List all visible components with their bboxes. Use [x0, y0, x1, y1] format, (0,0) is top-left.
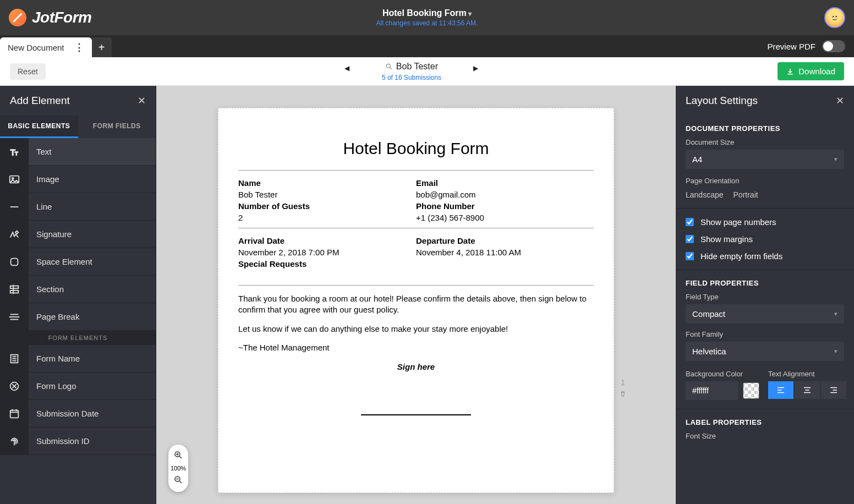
orientation-portrait[interactable]: Portrait: [733, 190, 758, 199]
show-margins[interactable]: Show margins: [686, 234, 844, 244]
right-panel: Layout Settings ✕ DOCUMENT PROPERTIES Do…: [676, 86, 854, 504]
add-tab-button[interactable]: +: [92, 37, 112, 57]
element-form-logo[interactable]: Form Logo: [0, 372, 156, 400]
phone-value: +1 (234) 567-8900: [416, 213, 594, 222]
next-submission[interactable]: ▶: [440, 64, 511, 72]
submission-search[interactable]: Bob Tester: [385, 62, 438, 72]
show-page-numbers-checkbox[interactable]: [686, 218, 694, 226]
pagebreak-icon: [0, 303, 29, 330]
avatar[interactable]: [824, 7, 845, 28]
hide-empty-fields[interactable]: Hide empty form fields: [686, 251, 844, 261]
svg-rect-10: [10, 286, 19, 288]
doc-size-label: Document Size: [686, 138, 844, 146]
doc-title: Hotel Booking Form: [238, 139, 594, 158]
element-label: Line: [29, 202, 52, 211]
show-margins-checkbox[interactable]: [686, 235, 694, 243]
orientation-landscape[interactable]: Landscape: [686, 190, 724, 199]
svg-rect-9: [11, 258, 18, 265]
save-status: All changes saved at 11:43:56 AM.: [376, 19, 478, 27]
body-text-1: Thank you for booking a room at our hote…: [238, 293, 594, 316]
pdf-page[interactable]: Hotel Booking Form Name Bob Tester Numbe…: [218, 108, 614, 493]
element-text[interactable]: TT Text: [0, 138, 156, 166]
email-value: bob@gmail.com: [416, 190, 594, 199]
email-label: Email: [416, 178, 594, 188]
align-center[interactable]: [795, 381, 820, 399]
zoom-controls: 100%: [168, 445, 188, 492]
align-right[interactable]: [821, 381, 846, 399]
logo[interactable]: JotForm: [9, 9, 92, 26]
submission-nav: ◀ Bob Tester ▶ 5 of 16 Submissions: [311, 62, 511, 81]
element-label: Submission Date: [29, 409, 98, 418]
document-tab[interactable]: New Document ⋮: [0, 37, 92, 57]
element-label: Signature: [29, 229, 72, 239]
element-line[interactable]: Line: [0, 193, 156, 221]
arrival-label: Arrival Date: [238, 236, 416, 245]
form-name-icon: [0, 345, 29, 372]
preview-pdf-toggle[interactable]: [822, 40, 845, 52]
element-label: Page Break: [29, 312, 79, 321]
top-header: JotForm Hotel Booking Form All changes s…: [0, 0, 854, 35]
reset-button[interactable]: Reset: [10, 63, 46, 80]
zoom-percentage: 100%: [171, 465, 186, 472]
image-icon: [0, 166, 29, 193]
font-size-label: Font Size: [686, 432, 844, 440]
font-family-select[interactable]: Helvetica: [686, 342, 844, 361]
name-value: Bob Tester: [238, 190, 416, 199]
bg-color-label: Background Color: [686, 370, 759, 378]
download-button[interactable]: Download: [778, 62, 844, 80]
svg-line-26: [179, 456, 182, 458]
trash-icon[interactable]: [619, 390, 627, 398]
brand-text: JotForm: [32, 9, 92, 26]
element-image[interactable]: Image: [0, 166, 156, 193]
svg-point-7: [12, 177, 14, 179]
canvas[interactable]: Hotel Booking Form Name Bob Tester Numbe…: [156, 86, 676, 504]
special-label: Special Requests: [238, 259, 416, 269]
tab-form-fields[interactable]: FORM FIELDS: [78, 116, 156, 138]
element-submission-date[interactable]: Submission Date: [0, 400, 156, 428]
zoom-out[interactable]: [171, 473, 185, 489]
element-label: Section: [29, 284, 64, 294]
departure-label: Departure Date: [416, 236, 594, 245]
element-label: Image: [29, 174, 59, 184]
element-label: Space Element: [29, 257, 92, 266]
align-left[interactable]: [768, 381, 793, 399]
element-pagebreak[interactable]: Page Break: [0, 303, 156, 331]
text-icon: TT: [0, 138, 29, 165]
body-text-2: Let us know if we can do anything else t…: [238, 324, 594, 335]
preview-pdf-label: Preview PDF: [767, 42, 815, 51]
bg-color-swatch[interactable]: [743, 382, 759, 399]
element-label: Submission ID: [29, 436, 90, 446]
zoom-in[interactable]: [171, 448, 185, 464]
phone-label: Phone Number: [416, 201, 594, 211]
left-panel: Add Element ✕ BASIC ELEMENTS FORM FIELDS…: [0, 86, 156, 504]
guests-value: 2: [238, 213, 416, 222]
orientation-label: Page Orientation: [686, 177, 844, 185]
tab-basic-elements[interactable]: BASIC ELEMENTS: [0, 116, 78, 138]
divider: [238, 285, 594, 286]
svg-point-0: [833, 16, 834, 18]
bg-color-input[interactable]: [686, 381, 738, 400]
show-page-numbers[interactable]: Show page numbers: [686, 217, 844, 227]
element-form-name[interactable]: Form Name: [0, 345, 156, 372]
element-section[interactable]: Section: [0, 276, 156, 303]
sign-here-label: Sign here: [238, 362, 594, 371]
doc-size-select[interactable]: A4: [686, 150, 844, 169]
tab-menu-icon[interactable]: ⋮: [74, 42, 84, 52]
signature-icon: [0, 221, 29, 248]
element-signature[interactable]: Signature: [0, 221, 156, 248]
signature-line: [361, 414, 471, 415]
form-title[interactable]: Hotel Booking Form: [376, 8, 478, 18]
svg-line-3: [390, 67, 392, 69]
tab-strip: New Document ⋮ + Preview PDF: [0, 35, 854, 57]
close-right-panel[interactable]: ✕: [836, 95, 844, 107]
hide-empty-checkbox[interactable]: [686, 252, 694, 260]
text-align-label: Text Alignment: [768, 370, 846, 378]
element-space[interactable]: Space Element: [0, 248, 156, 276]
doc-props-title: DOCUMENT PROPERTIES: [686, 124, 844, 133]
logo-icon: [9, 9, 26, 26]
element-submission-id[interactable]: Submission ID: [0, 428, 156, 455]
field-type-select[interactable]: Compact: [686, 304, 844, 324]
form-logo-icon: [0, 372, 29, 399]
prev-submission[interactable]: ◀: [311, 64, 382, 72]
close-left-panel[interactable]: ✕: [138, 95, 146, 107]
